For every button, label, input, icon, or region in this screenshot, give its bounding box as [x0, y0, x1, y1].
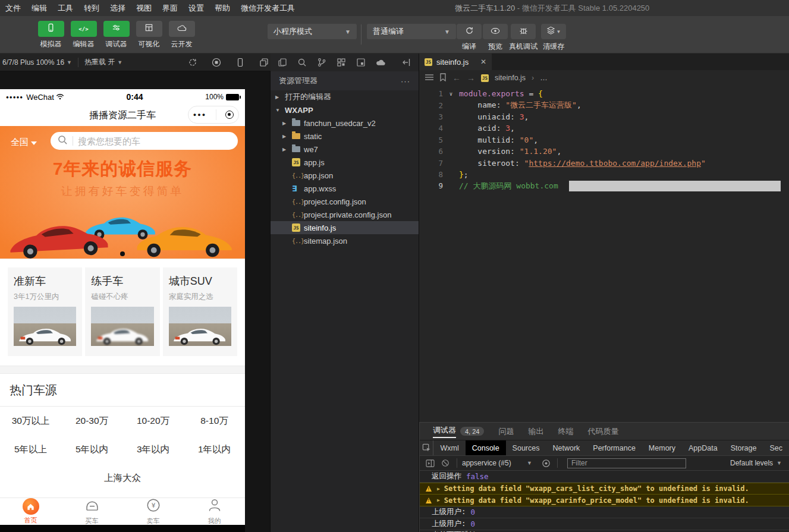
tab-terminal[interactable]: 终端	[558, 426, 573, 437]
devtools-tab-sources[interactable]: Sources	[506, 440, 546, 455]
devtools-tab-security[interactable]: Sec	[763, 440, 789, 455]
menu-interface[interactable]: 界面	[157, 0, 183, 16]
tree-item-file[interactable]: {..}project.private.config.json	[271, 208, 419, 221]
multi-window-icon[interactable]	[259, 58, 269, 67]
filter-price-4[interactable]: 8-10万	[184, 407, 245, 435]
nav-back-icon[interactable]: ←	[452, 73, 461, 83]
devtools-tab-appdata[interactable]: AppData	[682, 440, 724, 455]
fold-chevron-icon[interactable]: ∨	[443, 91, 459, 97]
restart-icon[interactable]	[188, 58, 197, 67]
debugger-toggle-button[interactable]: 调试器	[102, 21, 130, 49]
region-selector[interactable]: 全国	[11, 137, 37, 148]
tab-sell-car[interactable]: ¥ 卖车	[122, 498, 184, 525]
menu-goto[interactable]: 转到	[78, 0, 105, 16]
visualize-toggle-button[interactable]: 可视化	[135, 21, 163, 49]
tab-output[interactable]: 输出	[528, 426, 543, 437]
expand-caret-icon[interactable]: ▶	[437, 498, 440, 503]
devtools-tab-performance[interactable]: Performance	[586, 440, 642, 455]
category-card-suv[interactable]: 城市SUV 家庭实用之选	[163, 267, 237, 356]
tab-buy-car[interactable]: 买车	[61, 498, 122, 525]
filter-year-4[interactable]: 1年以内	[184, 435, 245, 464]
preview-button[interactable]: 预览	[483, 24, 508, 52]
filter-year-1[interactable]: 5年以上	[0, 435, 61, 464]
compile-button[interactable]: 编译	[457, 24, 482, 52]
device-debug-button[interactable]: 真机调试	[509, 24, 537, 52]
search-input[interactable]	[78, 136, 231, 146]
menu-view[interactable]: 视图	[131, 0, 157, 16]
tree-item-folder[interactable]: ▶fanchun_usedcar_v2	[271, 117, 419, 130]
devtools-tab-wxml[interactable]: Wxml	[433, 440, 465, 455]
git-branch-icon[interactable]	[317, 58, 326, 67]
device-frame-icon[interactable]	[235, 58, 245, 67]
breadcrumb-more[interactable]: …	[540, 74, 548, 82]
more-actions-icon[interactable]: ···	[401, 77, 410, 86]
filter-price-1[interactable]: 30万以上	[0, 407, 61, 435]
simulator-toggle-button[interactable]: 模拟器	[37, 21, 65, 49]
menu-help[interactable]: 帮助	[209, 0, 235, 16]
console-filter-input[interactable]	[567, 458, 686, 468]
car-search-bar[interactable]	[51, 132, 238, 150]
device-selector[interactable]: 6/7/8 Plus 100% 16	[2, 58, 64, 67]
editor-toggle-button[interactable]: </> 编辑器	[70, 21, 98, 49]
window-layout-icon[interactable]	[356, 58, 366, 67]
menu-select[interactable]: 选择	[105, 0, 131, 16]
live-expression-eye-icon[interactable]	[540, 458, 551, 468]
workspace-root[interactable]: ▼ WXAPP	[271, 103, 419, 117]
cloud-dev-button[interactable]: 云开发	[168, 21, 196, 49]
menu-edit[interactable]: 编辑	[26, 0, 52, 16]
filter-year-3[interactable]: 3年以内	[122, 435, 184, 464]
menu-settings[interactable]: 设置	[183, 0, 209, 16]
inspect-element-icon[interactable]	[420, 440, 433, 455]
exit-target-button[interactable]	[225, 111, 234, 119]
collapse-sidebar-icon[interactable]	[402, 58, 411, 67]
stop-record-icon[interactable]	[212, 58, 221, 67]
tab-code-quality[interactable]: 代码质量	[587, 426, 618, 437]
files-icon[interactable]	[278, 58, 287, 67]
category-card-practice[interactable]: 练手车 磕碰不心疼	[85, 267, 159, 356]
clear-console-icon[interactable]	[440, 458, 451, 468]
breadcrumb-file[interactable]: siteinfo.js	[495, 74, 526, 82]
context-selector[interactable]: appservice (#5)▼	[462, 459, 532, 467]
tab-home[interactable]: 首页	[0, 498, 61, 525]
compile-mode-dropdown[interactable]: 普通编译▼	[367, 24, 456, 39]
tree-item-folder[interactable]: ▶static	[271, 130, 419, 143]
tree-item-file[interactable]: JSapp.js	[271, 156, 419, 169]
menu-tools[interactable]: 工具	[52, 0, 78, 16]
console-sidebar-icon[interactable]	[425, 458, 435, 468]
category-card-new[interactable]: 准新车 3年1万公里内	[8, 267, 82, 356]
open-editors-section[interactable]: ▶ 打开的编辑器	[271, 90, 419, 103]
log-levels-dropdown[interactable]: Default levels▼	[730, 459, 784, 467]
tab-debugger[interactable]: 调试器4, 24	[433, 425, 484, 438]
tab-problems[interactable]: 问题	[498, 426, 514, 437]
tree-item-file-selected[interactable]: JSsiteinfo.js	[271, 221, 419, 234]
search-icon[interactable]	[297, 58, 307, 67]
close-tab-icon[interactable]: ✕	[480, 58, 486, 66]
hot-reload-toggle[interactable]: 热重载 开	[84, 57, 115, 67]
tree-item-file[interactable]: {..}project.config.json	[271, 195, 419, 208]
devtools-tab-memory[interactable]: Memory	[642, 440, 682, 455]
tree-item-folder[interactable]: ▶we7	[271, 143, 419, 156]
editor-tab-siteinfo[interactable]: JS siteinfo.js ✕	[419, 53, 492, 70]
tree-item-file[interactable]: {..}sitemap.json	[271, 234, 419, 247]
extensions-icon[interactable]	[337, 58, 346, 67]
devtools-tab-storage[interactable]: Storage	[724, 440, 763, 455]
filter-price-2[interactable]: 20-30万	[61, 407, 122, 435]
expand-caret-icon[interactable]: ▶	[437, 486, 440, 492]
menu-file[interactable]: 文件	[0, 0, 26, 16]
clear-cache-button[interactable]: ▼ 清缓存	[541, 24, 566, 52]
devtools-tab-console[interactable]: Console	[466, 440, 506, 455]
tea-cloud-icon[interactable]	[376, 58, 386, 67]
mode-dropdown[interactable]: 小程序模式▼	[268, 24, 357, 39]
outline-list-icon[interactable]	[425, 74, 433, 83]
filter-brand[interactable]: 上海大众	[0, 464, 245, 492]
bookmark-icon[interactable]	[439, 73, 447, 83]
nav-forward-icon[interactable]: →	[467, 73, 475, 83]
tree-item-file[interactable]: ∃app.wxss	[271, 182, 419, 195]
devtools-tab-network[interactable]: Network	[546, 440, 586, 455]
filter-year-2[interactable]: 5年以内	[61, 435, 122, 464]
filter-price-3[interactable]: 10-20万	[122, 407, 184, 435]
more-menu-button[interactable]: ●●●	[193, 112, 206, 118]
code-area[interactable]: 1∨ module.exports = { 2 name: "微云二手车运营版"…	[419, 86, 789, 192]
tab-profile[interactable]: 我的	[184, 498, 245, 525]
tree-item-file[interactable]: {..}app.json	[271, 169, 419, 182]
